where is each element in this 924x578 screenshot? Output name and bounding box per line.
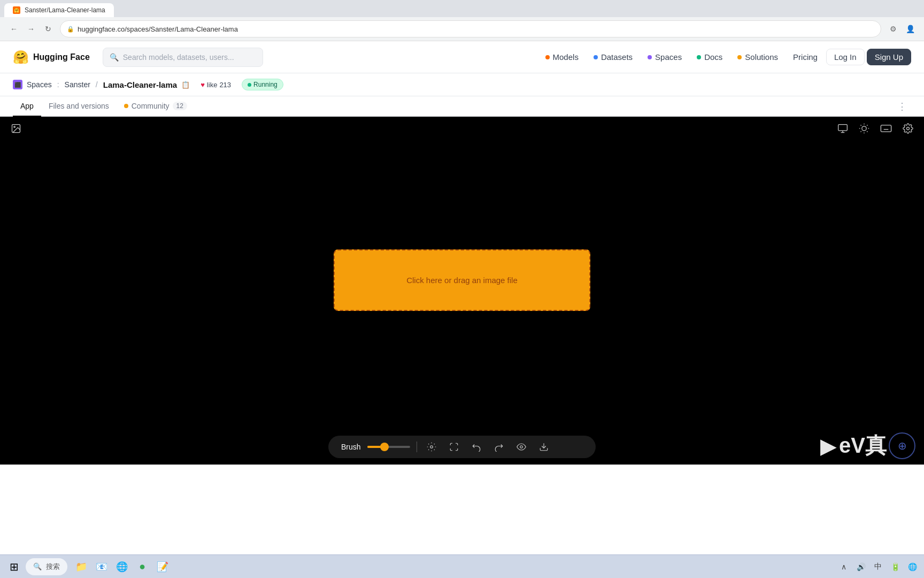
- svg-point-18: [907, 127, 910, 130]
- nav-models[interactable]: Models: [539, 49, 585, 65]
- spaces-label: Spaces: [27, 80, 52, 89]
- drop-zone-text: Click here or drag an image file: [406, 276, 518, 285]
- play-icon: ▶: [820, 434, 837, 458]
- spaces-link[interactable]: Spaces: [27, 80, 52, 89]
- settings-icon[interactable]: [900, 121, 915, 136]
- taskbar-mail[interactable]: 📧: [92, 557, 111, 576]
- svg-point-20: [520, 446, 522, 448]
- app-body: Click here or drag an image file: [0, 117, 924, 465]
- tab-community-label: Community: [132, 102, 170, 110]
- hf-navbar: 🤗 Hugging Face 🔍 Search models, datasets…: [0, 41, 924, 73]
- reload-button[interactable]: ↻: [41, 21, 56, 36]
- search-icon: 🔍: [33, 562, 42, 571]
- hf-logo[interactable]: 🤗 Hugging Face: [13, 50, 90, 65]
- svg-point-19: [430, 446, 433, 448]
- nav-docs[interactable]: Docs: [690, 49, 729, 65]
- nav-spaces[interactable]: Spaces: [641, 49, 688, 65]
- toolbar-separator: [417, 442, 417, 452]
- solutions-dot: [737, 55, 742, 59]
- status-badge: Running: [242, 79, 283, 90]
- favicon-icon: 🤗: [13, 6, 20, 14]
- slider-track: [367, 446, 410, 448]
- status-text: Running: [253, 81, 278, 88]
- extensions-button[interactable]: ⚙: [886, 21, 900, 36]
- taskbar-sys-icons: ∧ 🔊 中 🔋 🌐: [836, 559, 920, 574]
- sun-icon[interactable]: [857, 121, 872, 136]
- nav-models-label: Models: [553, 52, 579, 62]
- toolbar-left: [9, 121, 24, 136]
- svg-point-1: [14, 126, 15, 128]
- tab-app[interactable]: App: [13, 96, 41, 117]
- taskbar-search-text: 搜索: [46, 562, 60, 572]
- taskbar-browser[interactable]: 🌐: [112, 557, 132, 576]
- community-dot: [124, 104, 128, 108]
- search-placeholder: Search models, datasets, users...: [123, 53, 234, 62]
- tab-bar: 🤗 Sanster/Lama-Cleaner-lama: [0, 0, 924, 17]
- tab-files-label: Files and versions: [49, 102, 109, 110]
- taskbar-network[interactable]: 🌐: [905, 559, 920, 574]
- ev-brand: eV真: [839, 431, 887, 460]
- app-toolbar-top: [0, 117, 924, 140]
- app-toolbar-bottom: Brush: [328, 436, 596, 458]
- taskbar-battery[interactable]: 🔋: [888, 559, 903, 574]
- svg-line-7: [867, 131, 867, 132]
- monitor-icon[interactable]: [835, 121, 850, 136]
- taskbar-volume[interactable]: 🔊: [853, 559, 868, 574]
- profile-button[interactable]: 👤: [903, 21, 918, 36]
- browser-tab[interactable]: 🤗 Sanster/Lama-Cleaner-lama: [4, 3, 114, 17]
- undo-button[interactable]: [468, 440, 484, 454]
- community-badge: 12: [173, 102, 187, 110]
- nav-datasets[interactable]: Datasets: [587, 49, 639, 65]
- models-dot: [545, 55, 550, 59]
- taskbar-ime[interactable]: 中: [871, 559, 886, 574]
- nav-solutions[interactable]: Solutions: [731, 49, 784, 65]
- user-link[interactable]: Sanster: [65, 80, 90, 89]
- drop-zone[interactable]: Click here or drag an image file: [334, 249, 590, 311]
- signup-button[interactable]: Sign Up: [867, 49, 911, 65]
- taskbar-search[interactable]: 🔍 搜索: [26, 558, 67, 575]
- taskbar-chevron[interactable]: ∧: [836, 559, 851, 574]
- eye-button[interactable]: [513, 440, 529, 454]
- spaces-icon: ⬛: [13, 80, 22, 89]
- browser-tab-title: Sanster/Lama-Cleaner-lama: [25, 6, 105, 14]
- docs-dot: [697, 55, 701, 59]
- tab-community[interactable]: Community 12: [117, 96, 195, 117]
- tab-files[interactable]: Files and versions: [41, 96, 117, 117]
- hf-logo-emoji: 🤗: [13, 50, 29, 65]
- image-toolbar-icon[interactable]: [9, 121, 24, 136]
- repo-link[interactable]: Lama-Cleaner-lama: [103, 80, 177, 89]
- expand-button[interactable]: [446, 440, 462, 454]
- more-options-button[interactable]: ⋮: [893, 98, 911, 115]
- taskbar-right: ∧ 🔊 中 🔋 🌐: [836, 559, 920, 574]
- redo-button[interactable]: [491, 440, 507, 454]
- url-bar[interactable]: 🔒 huggingface.co/spaces/Sanster/Lama-Cle…: [60, 20, 881, 37]
- slider-thumb[interactable]: [380, 443, 389, 451]
- user-name: Sanster: [65, 80, 90, 89]
- copy-icon[interactable]: 📋: [181, 81, 190, 89]
- lock-icon: 🔒: [67, 26, 74, 33]
- taskbar-notepad[interactable]: 📝: [153, 557, 172, 576]
- keyboard-icon[interactable]: [878, 123, 894, 134]
- taskbar-chrome[interactable]: ●: [133, 557, 152, 576]
- start-button[interactable]: ⊞: [4, 557, 24, 576]
- download-button[interactable]: [536, 440, 552, 454]
- search-bar[interactable]: 🔍 Search models, datasets, users...: [103, 48, 263, 67]
- nav-spaces-label: Spaces: [655, 52, 682, 62]
- svg-rect-12: [881, 125, 891, 132]
- nav-pricing-label: Pricing: [793, 52, 818, 62]
- breadcrumb: ⬛ Spaces : Sanster / Lama-Cleaner-lama 📋…: [0, 73, 924, 96]
- forward-button[interactable]: →: [24, 21, 38, 36]
- address-bar: ← → ↻ 🔒 huggingface.co/spaces/Sanster/La…: [0, 17, 924, 41]
- nav-pricing[interactable]: Pricing: [787, 49, 824, 65]
- svg-rect-2: [838, 125, 848, 131]
- taskbar-file-explorer[interactable]: 📁: [72, 557, 91, 576]
- nav-docs-label: Docs: [704, 52, 722, 62]
- spaces-dot: [648, 55, 652, 59]
- hf-logo-text: Hugging Face: [33, 52, 90, 62]
- datasets-dot: [594, 55, 598, 59]
- search-icon: 🔍: [110, 53, 119, 62]
- brush-slider[interactable]: [367, 446, 410, 448]
- back-button[interactable]: ←: [6, 21, 21, 36]
- brightness-button[interactable]: [424, 440, 440, 454]
- login-button[interactable]: Log In: [826, 49, 865, 65]
